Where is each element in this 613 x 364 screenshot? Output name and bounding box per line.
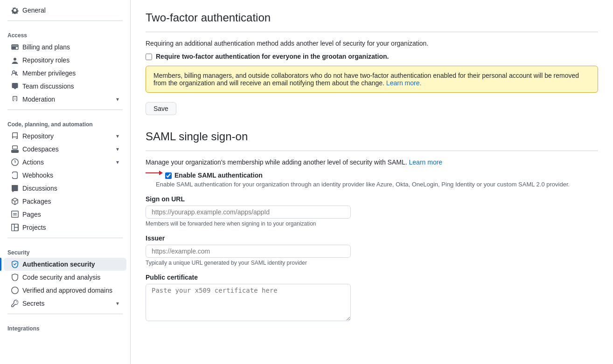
moderation-chevron-icon: ▾ <box>116 96 119 103</box>
person2-icon <box>11 69 19 77</box>
require-2fa-checkbox[interactable] <box>146 54 152 60</box>
sidebar-section-code: Code, planning, and automation <box>0 114 130 130</box>
actions-chevron-icon: ▾ <box>116 159 119 165</box>
actions-icon <box>11 158 19 166</box>
shield3-icon <box>11 287 19 294</box>
public-cert-textarea[interactable] <box>146 284 351 321</box>
saml-section: SAML single sign-on Manage your organiza… <box>146 130 598 323</box>
sidebar-item-general[interactable]: General <box>4 4 126 17</box>
codespaces-chevron-icon: ▾ <box>116 146 119 152</box>
comment-icon <box>11 82 19 90</box>
key-icon <box>11 300 19 307</box>
warning-box: Members, billing managers, and outside c… <box>146 66 598 93</box>
credit-card-icon <box>11 43 19 51</box>
enable-saml-label[interactable]: Enable SAML authentication <box>174 172 263 179</box>
sidebar-repository-label: Repository <box>22 132 112 140</box>
saml-divider <box>146 151 598 151</box>
sidebar-item-code-security[interactable]: Code security and analysis <box>4 271 126 284</box>
public-cert-group: Public certificate <box>146 274 598 323</box>
issuer-label: Issuer <box>146 234 598 242</box>
sidebar: General Access Billing and plans Reposit… <box>0 0 131 364</box>
secrets-chevron-icon: ▾ <box>116 300 119 307</box>
sidebar-repo-roles-label: Repository roles <box>22 56 119 64</box>
enable-saml-desc: Enable SAML authentication for your orga… <box>156 181 598 188</box>
sidebar-secrets-label: Secrets <box>22 300 112 307</box>
warning-text: Members, billing managers, and outside c… <box>153 72 579 87</box>
sidebar-item-verified-domains[interactable]: Verified and approved domains <box>4 284 126 297</box>
gear-icon <box>11 7 19 14</box>
sidebar-item-team-discussions[interactable]: Team discussions <box>4 80 126 93</box>
sidebar-item-moderation[interactable]: Moderation ▾ <box>4 93 126 106</box>
saml-description-text: Manage your organization's membership wh… <box>146 158 407 166</box>
issuer-group: Issuer Typically a unique URL generated … <box>146 234 598 266</box>
two-factor-description: Requiring an additional authentication m… <box>146 40 598 47</box>
sidebar-team-disc-label: Team discussions <box>22 82 119 90</box>
enable-saml-checkbox-row: Enable SAML authentication <box>165 172 263 179</box>
sidebar-auth-security-label: Authentication security <box>22 261 119 268</box>
sidebar-actions-label: Actions <box>22 158 112 166</box>
warning-learn-more-link[interactable]: Learn more. <box>386 79 421 87</box>
saml-title: SAML single sign-on <box>146 130 598 143</box>
public-cert-label: Public certificate <box>146 274 598 281</box>
sidebar-member-priv-label: Member privileges <box>22 69 119 77</box>
package-icon <box>11 198 19 205</box>
sidebar-packages-label: Packages <box>22 198 119 205</box>
sidebar-section-access: Access <box>0 25 130 41</box>
sidebar-general-label: General <box>22 7 119 14</box>
sidebar-item-billing[interactable]: Billing and plans <box>4 41 126 54</box>
sidebar-item-member-priv[interactable]: Member privileges <box>4 67 126 80</box>
main-content: Two-factor authentication Requiring an a… <box>131 0 613 364</box>
two-factor-divider <box>146 32 598 32</box>
issuer-input[interactable] <box>146 245 351 258</box>
sidebar-item-auth-security[interactable]: Authentication security <box>4 258 126 271</box>
enable-saml-container: Enable SAML authentication <box>146 172 598 179</box>
sign-on-url-input[interactable] <box>146 206 351 219</box>
sidebar-codespaces-label: Codespaces <box>22 145 112 153</box>
saml-description: Manage your organization's membership wh… <box>146 158 598 166</box>
pages-icon <box>11 211 19 218</box>
sign-on-url-hint: Members will be forwarded here when sign… <box>146 220 598 227</box>
repository-chevron-icon: ▾ <box>116 133 119 139</box>
require-2fa-label[interactable]: Require two-factor authentication for ev… <box>156 53 389 60</box>
sidebar-item-webhooks[interactable]: Webhooks <box>4 169 126 182</box>
sidebar-discussions-label: Discussions <box>22 185 119 192</box>
enable-saml-checkbox[interactable] <box>165 172 172 179</box>
sidebar-section-security: Security <box>0 242 130 258</box>
saml-learn-more-link[interactable]: Learn more <box>409 158 443 166</box>
codespaces-icon <box>11 145 19 153</box>
projects-icon <box>11 224 19 231</box>
sidebar-projects-label: Projects <box>22 224 119 231</box>
sidebar-code-security-label: Code security and analysis <box>22 274 119 281</box>
shield-check-icon <box>11 261 19 268</box>
issuer-hint: Typically a unique URL generated by your… <box>146 260 598 266</box>
sidebar-item-discussions[interactable]: Discussions <box>4 182 126 195</box>
sidebar-item-repository[interactable]: Repository ▾ <box>4 130 126 143</box>
sidebar-item-actions[interactable]: Actions ▾ <box>4 156 126 169</box>
sidebar-item-codespaces[interactable]: Codespaces ▾ <box>4 143 126 156</box>
sidebar-divider-3 <box>7 238 123 238</box>
moderation-icon <box>11 96 19 103</box>
sidebar-billing-label: Billing and plans <box>22 43 119 51</box>
sidebar-moderation-label: Moderation <box>22 96 112 103</box>
save-button[interactable]: Save <box>146 102 176 115</box>
sidebar-item-pages[interactable]: Pages <box>4 208 126 221</box>
sidebar-item-packages[interactable]: Packages <box>4 195 126 208</box>
active-indicator <box>0 258 1 271</box>
sidebar-divider-1 <box>7 21 123 21</box>
require-2fa-row: Require two-factor authentication for ev… <box>146 53 598 60</box>
webhook-icon <box>11 172 19 179</box>
arrow-head <box>159 171 163 175</box>
sign-on-url-group: Sign on URL Members will be forwarded he… <box>146 195 598 227</box>
discussions-icon <box>11 185 19 192</box>
sidebar-section-integrations: Integrations <box>0 318 130 334</box>
sidebar-item-repo-roles[interactable]: Repository roles <box>4 54 126 67</box>
repo-icon <box>11 132 19 140</box>
sidebar-verified-domains-label: Verified and approved domains <box>22 287 119 294</box>
svg-rect-1 <box>12 46 18 47</box>
shield2-icon <box>11 274 19 281</box>
sidebar-divider-2 <box>7 110 123 110</box>
sidebar-item-secrets[interactable]: Secrets ▾ <box>4 297 126 310</box>
sidebar-divider-4 <box>7 314 123 314</box>
arrow-line <box>146 172 162 173</box>
sidebar-item-projects[interactable]: Projects <box>4 221 126 234</box>
